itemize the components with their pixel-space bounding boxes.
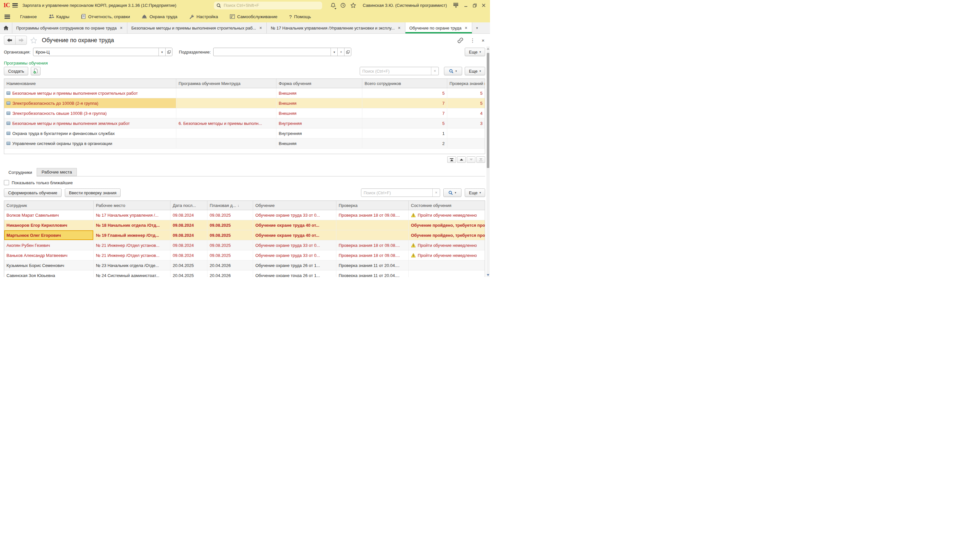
table-row[interactable]: Безопасные методы и приемы выполнения зе…	[4, 118, 485, 128]
scrollbar-thumb[interactable]	[487, 53, 489, 168]
chevron-down-icon[interactable]: ▾	[331, 48, 337, 56]
scroll-up-button[interactable]	[457, 156, 466, 163]
get-link-icon[interactable]	[457, 37, 463, 43]
form-more-button[interactable]: Еще▾	[465, 48, 485, 56]
table-row[interactable]: Управление системой охраны труда в орган…	[4, 139, 485, 148]
close-icon[interactable]: ×	[259, 25, 262, 31]
employees-table: Сотрудник Рабочее место Дата посл... Пла…	[4, 200, 485, 277]
programs-more-button[interactable]: Еще▾	[465, 67, 485, 75]
restore-icon[interactable]	[473, 3, 477, 8]
global-search-input[interactable]	[223, 3, 320, 8]
create-by-copy-button[interactable]	[31, 67, 40, 75]
clear-icon[interactable]: ×	[431, 67, 439, 75]
employees-more-button[interactable]: Еще▾	[465, 188, 485, 197]
close-window-icon[interactable]	[482, 3, 485, 7]
generate-training-button[interactable]: Сформировать обучение	[4, 188, 62, 197]
scroll-to-bottom-button[interactable]	[476, 156, 485, 163]
menu-item-reports[interactable]: Отчетность, справки	[77, 11, 134, 22]
close-icon[interactable]: ×	[397, 25, 401, 31]
employees-search-input[interactable]	[361, 189, 432, 196]
table-row[interactable]: Волков Марат Савельевич № 17 Начальник у…	[4, 210, 485, 220]
chevron-down-icon: ▾	[455, 69, 457, 73]
chevron-down-icon[interactable]: ▾	[159, 48, 165, 56]
show-nearest-checkbox[interactable]	[4, 180, 9, 185]
home-tab[interactable]	[0, 22, 12, 34]
department-field[interactable]: ▾ ×	[213, 48, 351, 56]
menu-item-hr[interactable]: Кадры	[45, 11, 73, 22]
report-document-icon	[81, 14, 86, 19]
tab-employees[interactable]: Сотрудники	[4, 169, 37, 176]
window-title: Зарплата и управление персоналом КОРП, р…	[22, 3, 176, 8]
table-row[interactable]: Электробезопасность свыше 1000В (3-я гру…	[4, 109, 485, 118]
scrollbar-down-icon[interactable]	[487, 274, 489, 276]
menu-item-settings[interactable]: Настройка	[185, 11, 222, 22]
tabs-overflow-icon[interactable]: ▾	[472, 22, 482, 34]
catalog-item-icon	[6, 102, 10, 105]
programs-search-input[interactable]	[360, 67, 431, 75]
table-row[interactable]: Акопян Рубен Гезевич № 21 Инженер /Отдел…	[4, 240, 485, 251]
close-icon[interactable]: ×	[464, 25, 468, 31]
tab-safety-training[interactable]: Обучение по охране труда ×	[406, 22, 472, 34]
catalog-item-icon	[6, 132, 10, 135]
main-menu-icon[interactable]	[12, 3, 18, 8]
enter-knowledge-check-button[interactable]: Ввести проверку знания	[65, 188, 121, 197]
forward-button[interactable]	[15, 36, 27, 45]
show-nearest-label: Показывать только ближайшие	[12, 180, 73, 185]
system-menu-icon[interactable]	[453, 3, 458, 8]
clear-icon[interactable]: ×	[337, 48, 344, 56]
tab-training-programs[interactable]: Программы обучения сотрудников по охране…	[12, 22, 127, 34]
back-button[interactable]	[4, 36, 15, 45]
close-form-icon[interactable]: ×	[482, 38, 485, 43]
programs-section-link[interactable]: Программы обучения	[4, 61, 48, 65]
warning-icon	[411, 253, 416, 257]
menu-item-safety[interactable]: Охрана труда	[137, 11, 181, 22]
arrow-left-icon	[7, 38, 12, 42]
menu-item-main[interactable]: Главное	[16, 11, 41, 22]
magnifier-icon	[449, 69, 453, 73]
tab-safe-methods[interactable]: Безопасные методы и приемы выполнения ст…	[127, 22, 267, 34]
favorite-star-icon[interactable]	[30, 37, 37, 44]
global-search[interactable]	[214, 2, 322, 10]
close-icon[interactable]: ×	[119, 25, 123, 31]
favorites-star-icon[interactable]	[350, 3, 356, 8]
organization-field[interactable]: Крон-Ц ▾	[33, 48, 172, 56]
menu-item-help[interactable]: ? Помощь	[285, 11, 315, 22]
catalog-item-icon	[6, 121, 10, 125]
clear-icon[interactable]: ×	[432, 189, 440, 196]
table-row-highlighted[interactable]: Никаноров Егор Кириллович № 18 Начальник…	[4, 220, 485, 230]
scroll-down-button[interactable]	[467, 156, 476, 163]
table-row[interactable]: Ваньков Александр Матвеевич № 21 Инженер…	[4, 251, 485, 260]
table-row[interactable]: Охрана труда в бухгалтерии и финансовых …	[4, 128, 485, 139]
sections-panel-icon[interactable]	[5, 14, 10, 19]
table-row-current[interactable]: Мартынюк Олег Егорович № 19 Главный инже…	[4, 230, 485, 240]
table-row[interactable]: Безопасные методы и приемы выполнения ст…	[4, 88, 485, 98]
choose-icon[interactable]	[165, 48, 172, 56]
tab-workplace-17[interactable]: № 17 Начальник управления /Управление ус…	[267, 22, 406, 34]
more-actions-icon[interactable]: ⋮	[470, 37, 475, 43]
tab-workplaces[interactable]: Рабочие места	[37, 168, 77, 176]
scrollbar-up-icon[interactable]	[487, 48, 489, 49]
arrow-right-icon	[19, 38, 24, 42]
employees-search[interactable]: ×	[361, 188, 440, 197]
vertical-scrollbar[interactable]	[487, 46, 490, 277]
sort-desc-icon: ↓	[237, 203, 240, 207]
new-document-icon	[33, 69, 38, 73]
current-user[interactable]: Савинская З.Ю. (Системный программист)	[363, 3, 447, 8]
notifications-bell-icon[interactable]	[331, 3, 336, 8]
home-icon	[3, 25, 9, 30]
history-nav	[4, 36, 27, 45]
table-row[interactable]: Савинская Зоя Юрьевна № 24 Системный адм…	[4, 270, 485, 277]
menu-item-selfservice[interactable]: Самообслуживание	[226, 11, 282, 22]
minimize-icon[interactable]	[464, 3, 468, 7]
choose-icon[interactable]	[344, 48, 351, 56]
search-settings-button[interactable]: ▾	[444, 67, 462, 75]
search-settings-button[interactable]: ▾	[443, 188, 461, 197]
scroll-to-top-button[interactable]	[447, 156, 456, 163]
programs-search[interactable]: ×	[360, 67, 439, 75]
create-button[interactable]: Создать	[4, 67, 28, 75]
table-row[interactable]: Кузьминых Борис Семенович № 23 Начальник…	[4, 260, 485, 270]
chevron-down-icon: ▾	[455, 191, 456, 194]
history-icon[interactable]	[340, 3, 346, 8]
table-row-selected[interactable]: Электробезопасность до 1000В (2-я группа…	[4, 98, 485, 109]
card-icon	[230, 14, 235, 19]
